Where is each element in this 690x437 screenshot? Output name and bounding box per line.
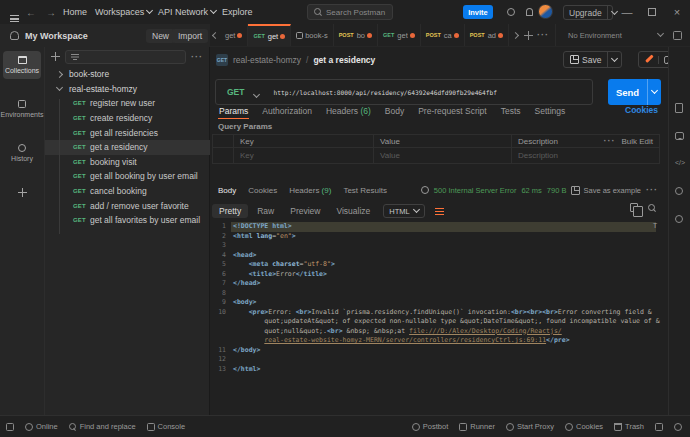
invite-button[interactable]: Invite (463, 5, 493, 19)
request-item[interactable]: GETget a residency (45, 140, 211, 155)
view-visualize[interactable]: Visualize (329, 204, 377, 218)
settings-gear-icon[interactable] (504, 0, 518, 24)
request-item[interactable]: GETcreate residency (45, 111, 211, 126)
window-minimize-button[interactable]: — (616, 0, 638, 24)
workspace-tab-4[interactable]: POSTbo (334, 24, 378, 46)
response-tab-test-results[interactable]: Test Results (337, 186, 393, 195)
upgrade-button[interactable]: Upgrade (563, 5, 613, 20)
save-as-example-button[interactable]: Save as example (571, 186, 641, 195)
workspace-name[interactable]: My Workspace (25, 31, 88, 41)
request-tab-params[interactable]: Params (212, 106, 255, 116)
request-tab-pre-request-script[interactable]: Pre-request Script (411, 106, 494, 116)
request-item[interactable]: GETget all booking by user email (45, 169, 211, 184)
response-body-code[interactable]: 1<!DOCTYPE html>T2<html lang="en">34<hea… (210, 222, 668, 415)
footer-console[interactable]: Console (147, 422, 186, 431)
documentation-icon[interactable] (675, 103, 683, 113)
request-tab-headers[interactable]: Headers (6) (319, 106, 378, 116)
tabs-scroll-left-icon[interactable] (210, 24, 220, 46)
response-size[interactable]: 790 B (547, 186, 567, 195)
workspace-tab-1[interactable]: get (220, 24, 248, 46)
response-search-icon[interactable] (648, 204, 656, 212)
notifications-bell-icon[interactable] (522, 0, 536, 24)
response-time[interactable]: 62 ms (521, 186, 541, 195)
request-tab-tests[interactable]: Tests (494, 106, 528, 116)
edit-pencil-button[interactable] (639, 55, 658, 64)
nav-back-button[interactable]: ← (24, 0, 38, 24)
request-tab-settings[interactable]: Settings (528, 106, 573, 116)
save-dropdown-icon[interactable] (607, 52, 621, 67)
cookies-link[interactable]: Cookies (625, 105, 658, 115)
footer-online-status[interactable]: Online (25, 422, 58, 431)
hamburger-menu-icon[interactable] (10, 15, 19, 22)
request-item[interactable]: GETcancel booking (45, 184, 211, 199)
search-input[interactable]: Search Postman (307, 4, 393, 20)
environment-selector[interactable]: No Environment (555, 24, 690, 46)
info-icon[interactable] (675, 187, 683, 195)
params-empty-row[interactable]: Key Value Description (212, 148, 660, 164)
help-icon[interactable] (675, 215, 683, 223)
collection-book-store[interactable]: book-store (45, 67, 211, 82)
avatar[interactable] (538, 4, 553, 19)
workspace-tab-5[interactable]: GETget (378, 24, 421, 46)
window-close-button[interactable]: × (666, 0, 688, 24)
footer-trash[interactable]: Trash (614, 422, 644, 431)
nav-api-network[interactable]: API Network (158, 0, 216, 24)
rail-environments[interactable]: Environments (3, 95, 41, 123)
nav-workspaces[interactable]: Workspaces (95, 0, 152, 24)
add-collection-icon[interactable] (51, 52, 60, 61)
url-input[interactable]: http://localhost:8000/api/residency/6439… (273, 89, 497, 96)
footer-two-pane-icon[interactable] (655, 423, 663, 431)
nav-home[interactable]: Home (63, 0, 87, 24)
format-selector[interactable]: HTML (383, 204, 424, 218)
request-item[interactable]: GETget all favorites by user email (45, 213, 211, 228)
footer-cookies[interactable]: Cookies (565, 422, 603, 431)
bulk-edit-button[interactable]: Bulk Edit (621, 137, 653, 146)
tab-options-icon[interactable]: ··· (535, 24, 551, 46)
copy-icon[interactable] (630, 203, 638, 212)
response-tab-cookies[interactable]: Cookies (242, 186, 283, 195)
footer-find-replace[interactable]: Find and replace (69, 422, 136, 431)
request-tab-authorization[interactable]: Authorization (255, 106, 319, 116)
workspace-tab-2[interactable]: GETget (248, 24, 291, 46)
send-button[interactable]: Send (608, 79, 661, 105)
rail-collections[interactable]: Collections (3, 51, 41, 79)
response-status[interactable]: 500 Internal Server Error (434, 186, 517, 195)
view-raw[interactable]: Raw (250, 204, 281, 218)
request-tab-body[interactable]: Body (378, 106, 411, 116)
method-dropdown-icon[interactable] (254, 83, 273, 101)
request-item[interactable]: GETregister new user (45, 96, 211, 111)
sidebar-options-icon[interactable]: ··· (191, 55, 203, 59)
request-item[interactable]: GETget all residencies (45, 125, 211, 140)
new-tab-icon[interactable] (521, 24, 535, 46)
footer-postbot[interactable]: Postbot (412, 422, 448, 431)
code-snippet-icon[interactable]: </> (675, 159, 685, 166)
footer-sidebar-toggle-icon[interactable] (6, 423, 14, 431)
params-options-icon[interactable]: ··· (603, 139, 615, 143)
workspace-tab-3[interactable]: book-s (291, 24, 334, 46)
nav-forward-button[interactable]: → (44, 0, 58, 24)
workspace-tab-7[interactable]: POSTad (465, 24, 509, 46)
breadcrumb-collection[interactable]: real-estate-homzy (233, 55, 301, 65)
comments-icon[interactable] (675, 132, 684, 140)
request-item[interactable]: GETbooking visit (45, 155, 211, 170)
view-preview[interactable]: Preview (283, 204, 327, 218)
rail-history[interactable]: History (3, 139, 41, 167)
workspace-tab-6[interactable]: POSTca (421, 24, 465, 46)
wrap-lines-icon[interactable] (435, 207, 445, 215)
new-button[interactable]: New (146, 29, 175, 43)
view-pretty[interactable]: Pretty (212, 204, 248, 218)
rail-more-tools[interactable] (3, 183, 41, 202)
response-tab-body[interactable]: Body (212, 186, 242, 195)
window-maximize-button[interactable] (641, 0, 663, 24)
breadcrumb-request-name[interactable]: get a residency (313, 55, 375, 65)
footer-runner[interactable]: Runner (459, 422, 495, 431)
response-options-icon[interactable]: ··· (646, 188, 658, 192)
environment-quick-look-icon[interactable] (673, 31, 682, 40)
footer-start-proxy[interactable]: Start Proxy (506, 422, 554, 431)
footer-help-icon[interactable] (674, 423, 682, 431)
method-selector[interactable]: GET (216, 87, 254, 97)
import-button[interactable]: Import (172, 29, 208, 43)
save-button[interactable]: Save (563, 51, 622, 68)
collection-real-estate-homzy[interactable]: real-estate-homzy (45, 82, 211, 97)
tabs-scroll-right-icon[interactable] (509, 24, 521, 46)
